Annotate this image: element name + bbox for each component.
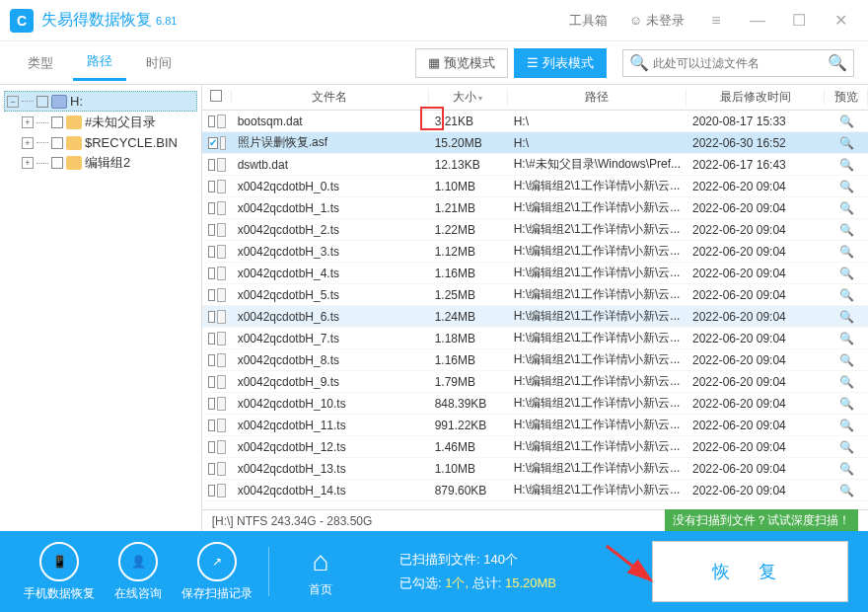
login-button[interactable]: ☺ 未登录 xyxy=(621,8,692,34)
row-checkbox[interactable] xyxy=(208,376,215,388)
search-go-icon[interactable]: 🔍 xyxy=(828,53,847,72)
tree-root[interactable]: − H: xyxy=(4,91,197,112)
deep-scan-button[interactable]: 没有扫描到文件？试试深度扫描！ xyxy=(665,509,858,532)
maximize-icon[interactable]: ☐ xyxy=(781,3,817,38)
table-row[interactable]: x0042qcdotbH_14.ts879.60KBH:\编辑组2\1工作详情\… xyxy=(202,480,868,501)
row-checkbox[interactable] xyxy=(208,289,215,301)
table-row[interactable]: x0042qcdotbH_8.ts1.16MBH:\编辑组2\1工作详情\小新\… xyxy=(202,349,868,371)
table-row[interactable]: x0042qcdotbH_2.ts1.22MBH:\编辑组2\1工作详情\小新\… xyxy=(202,219,868,241)
tree-checkbox[interactable] xyxy=(51,157,63,169)
preview-button[interactable]: 🔍 xyxy=(825,440,868,454)
cell-date: 2022-06-20 09:04 xyxy=(687,332,825,345)
table-row[interactable]: dswtb.dat12.13KBH:\#未知父目录\Windows\Pref..… xyxy=(202,154,868,176)
tree-item[interactable]: +编辑组2 xyxy=(4,152,197,174)
tab-time[interactable]: 时间 xyxy=(132,46,185,80)
preview-button[interactable]: 🔍 xyxy=(825,353,868,367)
recover-button[interactable]: 恢 复 xyxy=(652,541,848,602)
row-checkbox[interactable] xyxy=(208,115,215,127)
preview-button[interactable]: 🔍 xyxy=(825,201,868,215)
row-checkbox[interactable] xyxy=(208,485,215,497)
preview-button[interactable]: 🔍 xyxy=(825,136,868,150)
folder-tree[interactable]: − H: +#未知父目录+$RECYCLE.BIN+编辑组2 xyxy=(0,85,202,531)
save-scan-button[interactable]: ↗ 保存扫描记录 xyxy=(178,542,256,602)
col-date[interactable]: 最后修改时间 xyxy=(687,89,825,106)
cell-name: x0042qcdotbH_11.ts xyxy=(232,419,429,432)
col-preview[interactable]: 预览 xyxy=(825,89,868,106)
save-icon: ↗ xyxy=(212,555,222,569)
table-row[interactable]: x0042qcdotbH_5.ts1.25MBH:\编辑组2\1工作详情\小新\… xyxy=(202,284,868,306)
preview-button[interactable]: 🔍 xyxy=(825,245,868,259)
minimize-icon[interactable]: — xyxy=(740,3,775,38)
col-filename[interactable]: 文件名 xyxy=(232,89,429,106)
close-icon[interactable]: ✕ xyxy=(823,3,858,38)
cell-size: 848.39KB xyxy=(429,397,508,411)
preview-button[interactable]: 🔍 xyxy=(825,115,868,128)
phone-recovery-button[interactable]: 📱 手机数据恢复 xyxy=(20,542,99,602)
list-mode-button[interactable]: ☰ 列表模式 xyxy=(514,48,607,78)
search-box[interactable]: 🔍 🔍 xyxy=(622,49,854,77)
expander-icon[interactable]: − xyxy=(7,96,19,108)
expander-icon[interactable]: + xyxy=(22,137,34,149)
table-row[interactable]: bootsqm.dat3.21KBH:\2020-08-17 15:33🔍 xyxy=(202,111,868,132)
row-checkbox[interactable] xyxy=(208,246,215,258)
tree-item[interactable]: +#未知父目录 xyxy=(4,112,197,133)
tree-item[interactable]: +$RECYCLE.BIN xyxy=(4,133,197,152)
preview-button[interactable]: 🔍 xyxy=(825,419,868,432)
row-checkbox[interactable] xyxy=(208,311,215,323)
toolbox-button[interactable]: 工具箱 xyxy=(561,8,615,34)
row-checkbox[interactable] xyxy=(208,181,215,192)
table-row[interactable]: x0042qcdotbH_7.ts1.18MBH:\编辑组2\1工作详情\小新\… xyxy=(202,328,868,349)
row-checkbox[interactable] xyxy=(208,398,215,410)
file-icon xyxy=(217,245,226,259)
expander-icon[interactable]: + xyxy=(22,116,34,128)
search-input[interactable] xyxy=(653,56,828,70)
preview-button[interactable]: 🔍 xyxy=(825,375,868,389)
table-row[interactable]: x0042qcdotbH_11.ts991.22KBH:\编辑组2\1工作详情\… xyxy=(202,415,868,436)
table-row[interactable]: x0042qcdotbH_4.ts1.16MBH:\编辑组2\1工作详情\小新\… xyxy=(202,263,868,284)
tree-checkbox[interactable] xyxy=(51,137,63,149)
table-row[interactable]: x0042qcdotbH_1.ts1.21MBH:\编辑组2\1工作详情\小新\… xyxy=(202,197,868,219)
tab-type[interactable]: 类型 xyxy=(14,46,67,80)
row-checkbox[interactable] xyxy=(208,137,218,149)
cell-size: 1.12MB xyxy=(429,245,508,259)
row-checkbox[interactable] xyxy=(208,268,215,279)
preview-button[interactable]: 🔍 xyxy=(825,332,868,345)
table-row[interactable]: x0042qcdotbH_6.ts1.24MBH:\编辑组2\1工作详情\小新\… xyxy=(202,306,868,328)
preview-button[interactable]: 🔍 xyxy=(825,462,868,476)
tree-checkbox[interactable] xyxy=(51,116,63,128)
preview-button[interactable]: 🔍 xyxy=(825,158,868,172)
preview-button[interactable]: 🔍 xyxy=(825,180,868,193)
table-body[interactable]: bootsqm.dat3.21KBH:\2020-08-17 15:33🔍照片误… xyxy=(202,111,868,509)
row-checkbox[interactable] xyxy=(208,420,215,431)
preview-button[interactable]: 🔍 xyxy=(825,267,868,280)
preview-button[interactable]: 🔍 xyxy=(825,288,868,302)
table-row[interactable]: x0042qcdotbH_12.ts1.46MBH:\编辑组2\1工作详情\小新… xyxy=(202,436,868,458)
table-row[interactable]: x0042qcdotbH_10.ts848.39KBH:\编辑组2\1工作详情\… xyxy=(202,393,868,415)
row-checkbox[interactable] xyxy=(208,333,215,344)
preview-button[interactable]: 🔍 xyxy=(825,484,868,497)
table-row[interactable]: 照片误删恢复.asf15.20MBH:\2022-06-30 16:52🔍 xyxy=(202,132,868,154)
table-row[interactable]: x0042qcdotbH_0.ts1.10MBH:\编辑组2\1工作详情\小新\… xyxy=(202,176,868,197)
select-all-checkbox[interactable] xyxy=(210,90,222,102)
row-checkbox[interactable] xyxy=(208,463,215,475)
tab-path[interactable]: 路径 xyxy=(73,44,126,81)
col-path[interactable]: 路径 xyxy=(508,89,687,106)
col-size[interactable]: 大小▾ xyxy=(429,89,508,106)
table-row[interactable]: x0042qcdotbH_3.ts1.12MBH:\编辑组2\1工作详情\小新\… xyxy=(202,241,868,263)
row-checkbox[interactable] xyxy=(208,159,215,171)
table-row[interactable]: x0042qcdotbH_9.ts1.79MBH:\编辑组2\1工作详情\小新\… xyxy=(202,371,868,393)
home-button[interactable]: ⌂ 首页 xyxy=(281,546,360,598)
menu-icon[interactable]: ≡ xyxy=(698,3,734,38)
preview-button[interactable]: 🔍 xyxy=(825,397,868,411)
row-checkbox[interactable] xyxy=(208,354,215,366)
consult-button[interactable]: 👤 在线咨询 xyxy=(99,542,178,602)
row-checkbox[interactable] xyxy=(208,441,215,453)
preview-button[interactable]: 🔍 xyxy=(825,223,868,237)
table-row[interactable]: x0042qcdotbH_13.ts1.10MBH:\编辑组2\1工作详情\小新… xyxy=(202,458,868,480)
row-checkbox[interactable] xyxy=(208,202,215,214)
preview-mode-button[interactable]: ▦ 预览模式 xyxy=(415,48,508,78)
tree-checkbox[interactable] xyxy=(36,96,48,108)
row-checkbox[interactable] xyxy=(208,224,215,236)
expander-icon[interactable]: + xyxy=(22,157,34,169)
preview-button[interactable]: 🔍 xyxy=(825,310,868,324)
